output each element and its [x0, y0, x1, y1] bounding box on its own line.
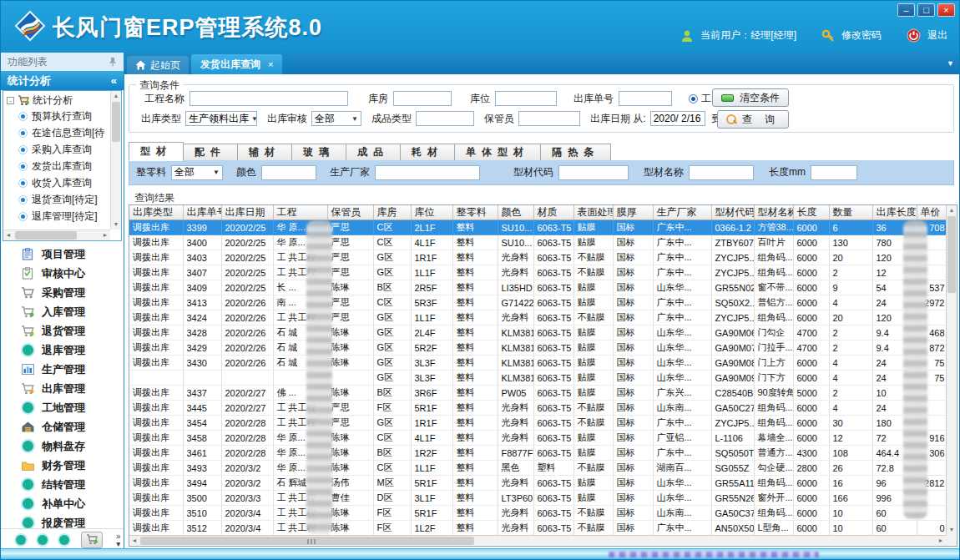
table-row[interactable]: 调拨出库34372020/2/27佛 ...陈琳B区3R6F整料PW056063… — [129, 386, 957, 401]
table-row[interactable]: 调拨出库34282020/2/26石 城陈琳G区2L4F整料KLM3817606… — [129, 325, 957, 341]
table-row[interactable]: 调拨出库34542020/2/28工 共工程严思G区1R1F整料光身料6063-… — [129, 416, 957, 431]
column-header[interactable]: 颜色 — [498, 205, 533, 220]
table-row[interactable]: 调拨出库34002020/2/25华 原...严思C区4L1F整料SU10...… — [129, 235, 957, 250]
section-header-statistics[interactable]: 统计分析 « — [1, 71, 124, 90]
table-row[interactable]: 调拨出库34132020/2/26南 ...严思C区5R3F整料G7142260… — [129, 295, 957, 310]
table-row[interactable]: 调拨出库34932020/3/2华 原...陈琳C区1L1F整料黑色塑料不贴膜国… — [129, 461, 957, 476]
material-tab-5[interactable]: 成品 — [346, 144, 401, 161]
table-row[interactable]: 调拨出库34072020/2/25工 共工程严思G区1L1F整料光身料6063-… — [129, 265, 957, 280]
table-row[interactable]: 调拨出库34092020/2/25长 ...陈琳B区2R5F整料LI35HD60… — [129, 280, 957, 295]
tab-close-icon[interactable]: × — [268, 59, 273, 69]
material-tab-1[interactable]: 型材 — [129, 142, 184, 161]
scroll-up-icon[interactable]: ▲ — [111, 91, 121, 101]
table-row[interactable]: 调拨出库34452020/2/27工 共工程严思F区5R1F整料光身料6063-… — [129, 401, 957, 416]
column-header[interactable]: 单价 — [917, 205, 948, 220]
table-row[interactable]: 调拨出库34032020/2/25工 共工程严思G区1R1F整料光身料6063-… — [129, 250, 957, 265]
scroll-left-icon[interactable]: ◄ — [129, 536, 139, 546]
pin-icon[interactable] — [109, 57, 117, 67]
sidebar-item-clipboard[interactable]: 项目管理 — [1, 245, 124, 264]
scroll-left-icon[interactable]: ◄ — [3, 230, 13, 240]
outbound-type-select[interactable]: 生产领料出库▼ — [185, 111, 257, 126]
column-header[interactable]: 膜厚 — [613, 205, 653, 220]
column-header[interactable]: 出库日期 — [221, 205, 273, 220]
profile-name-input[interactable] — [689, 165, 754, 180]
outbound-no-input[interactable] — [619, 91, 672, 106]
date-from-picker[interactable]: 2020/ 2/16▼ — [650, 111, 705, 126]
tree-horizontal-scrollbar[interactable]: ◄ ► — [3, 230, 110, 240]
sidebar-item-dot[interactable]: 结转管理 — [1, 475, 124, 494]
column-header[interactable]: 出库单号 — [183, 205, 221, 220]
room-input[interactable] — [393, 91, 452, 106]
whole-part-select[interactable]: 全部▼ — [171, 165, 223, 180]
sidebar-item-cart[interactable]: 采购管理 — [1, 283, 124, 302]
close-button[interactable]: × — [937, 3, 955, 17]
search-button[interactable]: 查 询 — [717, 110, 789, 129]
column-header[interactable]: 工程 — [273, 205, 327, 220]
table-row[interactable]: 调拨出库34612020/2/28华 原...陈琳B区1R2F整料F8877FT… — [129, 446, 957, 461]
tree-item[interactable]: 退货查询[待定] — [7, 191, 110, 208]
table-row[interactable]: G区3L3F整料KLM38176063-T5贴膜国标山东华...GA90M09.… — [129, 371, 957, 386]
table-horizontal-scrollbar[interactable]: ◄ ► — [129, 535, 946, 546]
table-row[interactable]: 调拨出库34302020/2/26石 城陈琳G区3L3F整料KLM3817606… — [129, 356, 957, 371]
module-dot-icon[interactable] — [59, 535, 69, 545]
sidebar-item-dot[interactable]: 补单中心 — [1, 494, 124, 513]
column-header[interactable]: 库位 — [411, 205, 452, 220]
column-header[interactable]: 数量 — [829, 205, 872, 220]
keeper-input[interactable] — [518, 111, 580, 126]
table-row[interactable]: 调拨出库35102020/3/4工 共工程陈琳F区5R1F整料光身料6063-T… — [129, 506, 957, 521]
scroll-thumb[interactable] — [947, 216, 956, 293]
column-header[interactable]: 表面处理 — [573, 205, 613, 220]
tree-item[interactable]: 在途信息查询[待 — [7, 124, 110, 141]
sidebar-item-folder[interactable]: 财务管理 — [1, 456, 124, 475]
manufacturer-input[interactable] — [375, 165, 480, 180]
clear-conditions-button[interactable]: 清空条件 — [712, 88, 789, 107]
column-header[interactable]: 保管员 — [327, 205, 373, 220]
column-header[interactable]: 出库类型 — [129, 205, 183, 220]
tree-expander-icon[interactable]: - — [7, 97, 14, 104]
material-tab-7[interactable]: 单体型材 — [455, 144, 541, 161]
column-header[interactable]: 整零料 — [452, 205, 498, 220]
scroll-down-icon[interactable]: ▼ — [947, 525, 957, 535]
scroll-thumb[interactable] — [140, 537, 474, 545]
audit-select[interactable]: 全部▼ — [311, 111, 361, 126]
tab-home[interactable]: 起始页 — [127, 56, 189, 74]
sidebar-item-dot[interactable]: 工地管理 — [1, 398, 124, 417]
sidebar-item-cart-back[interactable]: 退货管理 — [1, 321, 124, 341]
column-header[interactable]: 长度 — [793, 205, 829, 220]
material-tab-4[interactable]: 玻璃 — [292, 144, 346, 161]
tab-overflow-icon[interactable]: ▼ — [947, 59, 954, 68]
tree-item[interactable]: 发货出库查询 — [7, 158, 110, 174]
project-name-input[interactable] — [189, 91, 348, 106]
table-row[interactable]: 调拨出库34242020/2/26工 共工程严思G区1L1F整料光身料6063-… — [129, 310, 957, 325]
scroll-up-icon[interactable]: ▲ — [947, 205, 957, 215]
sidebar-item-house[interactable]: 仓储管理 — [1, 417, 124, 436]
sidebar-item-cart-out[interactable]: 出库管理 — [1, 379, 124, 398]
module-dot-icon[interactable] — [16, 535, 26, 545]
color-input[interactable] — [261, 165, 316, 180]
scroll-thumb[interactable] — [112, 102, 120, 142]
cart-tool-button[interactable] — [81, 532, 103, 548]
column-header[interactable]: 型材代码 — [711, 205, 754, 220]
table-row[interactable]: 调拨出库35002020/3/3工 共工程曹佳D区3L1F整料LT3P60606… — [129, 491, 957, 506]
maximize-button[interactable]: □ — [917, 3, 935, 17]
column-header[interactable]: 出库长度 — [872, 205, 917, 220]
scroll-right-icon[interactable]: ► — [100, 230, 110, 240]
minimize-button[interactable]: – — [897, 3, 915, 17]
material-tab-2[interactable]: 配件 — [184, 144, 238, 161]
table-row[interactable]: 调拨出库34942020/3/2石 辉城汤伟M区5R1F整料光身料6063-T5… — [129, 476, 957, 491]
material-tab-6[interactable]: 耗材 — [401, 144, 455, 161]
sidebar-item-dot[interactable]: 物料盘存 — [1, 436, 124, 456]
change-password-link[interactable]: 修改密码 — [841, 28, 882, 43]
table-row[interactable]: 调拨出库35122020/3/4工 共工程陈琳F区1L2F整料光身料6063-T… — [129, 521, 957, 536]
module-dot-icon[interactable] — [38, 535, 48, 545]
collapse-icon[interactable]: « — [111, 74, 117, 87]
location-input[interactable] — [495, 91, 557, 106]
tree-item[interactable]: 退库管理[待定] — [7, 208, 110, 225]
profile-code-input[interactable] — [558, 165, 629, 180]
menu-overflow-chevron[interactable]: »▾ — [116, 532, 121, 547]
table-vertical-scrollbar[interactable]: ▲ ▼ — [946, 205, 957, 535]
tree-item[interactable]: 收货入库查询 — [7, 174, 110, 191]
column-header[interactable]: 型材名称 — [754, 205, 793, 220]
scroll-down-icon[interactable]: ▼ — [111, 219, 121, 230]
sidebar-item-chart[interactable]: 生产管理 — [1, 360, 124, 379]
